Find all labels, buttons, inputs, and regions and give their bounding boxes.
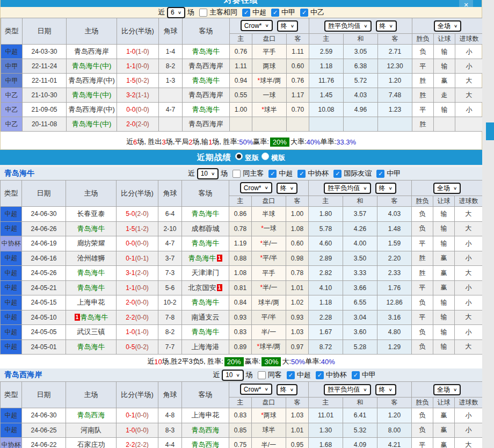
date-cell: 24-06-30 — [22, 207, 66, 222]
checked-checkbox[interactable]: ✓ — [333, 170, 342, 178]
checked-checkbox[interactable]: ✓ — [268, 170, 277, 178]
score-cell: 0-5(0-2) — [117, 339, 158, 355]
table-row: 中协杯24-06-19廊坊荣耀0-0(0-0)4-7青岛海牛1.19*半/一0.… — [1, 236, 483, 251]
avg-stage-select[interactable]: 终∨ — [375, 183, 396, 194]
avg-odds-select[interactable]: 胜平负均值∨ — [324, 384, 370, 395]
score-cell: 1-0(0-0) — [117, 423, 158, 438]
unchecked-checkbox[interactable] — [199, 9, 207, 17]
goals-result-cell: 大 — [455, 266, 483, 281]
odds-source-select[interactable]: Crow*∨ — [241, 20, 273, 31]
focus-team-name: 青岛海牛 — [77, 269, 105, 277]
checked-checkbox[interactable]: ✓ — [287, 371, 295, 379]
halftime-score: (0-2) — [136, 77, 149, 84]
h2h-summary: 近 6 场, 胜出 3 场,平局 2 场,输 1 场, 胜率: 50% 赢率: … — [1, 134, 482, 149]
unchecked-checkbox[interactable] — [258, 371, 266, 379]
sub-column-header: 主 — [229, 196, 252, 207]
team1-summary: 近10场,胜2平3负5, 胜率:20% 赢率:30% 大:50% 单率:40% — [0, 355, 482, 368]
checked-checkbox[interactable]: ✓ — [271, 9, 279, 17]
summary-text: 场, 胜出 — [137, 137, 162, 147]
chevron-down-icon: ∨ — [453, 186, 457, 191]
handicap-cell: *一球 — [252, 221, 286, 236]
filter-unit-label: 场 — [187, 8, 194, 17]
column-header: 客场 — [182, 382, 229, 408]
result-cell: 平 — [412, 310, 433, 325]
avg-odds-select[interactable]: 胜平负均值∨ — [324, 20, 371, 32]
avg-home-cell: 1.30 — [309, 423, 343, 438]
odds-stage-select[interactable]: 终∨ — [277, 20, 298, 32]
goals-result-cell: 大 — [455, 221, 483, 236]
home-odds-cell: 0.84 — [229, 295, 252, 310]
table-row: 中超24-05-21青岛海牛1-1(0-0)5-6北京国安10.81*半/一1.… — [1, 280, 483, 295]
team-cell: 青岛海牛 — [66, 266, 117, 281]
goals-result-cell — [455, 117, 483, 132]
corner-cell — [159, 117, 183, 132]
result-cell: 平 — [412, 438, 433, 448]
handicap-value: 球半/两 — [260, 77, 281, 84]
handicap-cell — [252, 117, 287, 132]
handicap-cell: *半/一 — [252, 280, 286, 295]
scrollbar-thumb[interactable] — [486, 122, 494, 140]
match-count-select[interactable]: 10∨ — [222, 370, 244, 381]
odds-source-select[interactable]: Crow*∨ — [240, 182, 272, 193]
handicap-result-cell: 赢 — [433, 251, 455, 266]
checked-checkbox[interactable]: ✓ — [352, 371, 360, 379]
avg-odds-select[interactable]: 胜平负均值∨ — [324, 183, 370, 194]
odds-stage-select[interactable]: 终∨ — [277, 384, 297, 395]
goals-result-cell: 大 — [455, 74, 483, 88]
date-cell: 24-06-30 — [22, 408, 66, 423]
league-filter-label: 中乙 — [310, 8, 324, 17]
avg-away-cell: 2.33 — [377, 266, 412, 281]
league-filter-label: 中甲 — [387, 169, 401, 178]
halftime-score: (1-1) — [136, 91, 149, 99]
focus-team-name: 青岛西海 — [192, 426, 220, 434]
summary-text: 2 — [188, 138, 192, 146]
final-score: 1-0 — [126, 48, 135, 55]
date-cell: 21-09-05 — [23, 103, 67, 117]
rate-badge: 20% — [224, 357, 244, 366]
team-cell: 南通支云 — [182, 310, 229, 325]
checked-checkbox[interactable]: ✓ — [242, 9, 250, 17]
corner-cell: 7-8 — [158, 310, 182, 325]
handicap-result-cell: 赢 — [433, 438, 455, 448]
home-odds-cell: 1.08 — [229, 266, 252, 281]
halftime-score: (0-0) — [136, 106, 149, 113]
avg-home-cell: 1.67 — [309, 325, 343, 340]
odds-source-select[interactable]: Crow*∨ — [240, 384, 272, 395]
radio-selected[interactable] — [235, 153, 243, 160]
handicap-result-cell: 输 — [434, 45, 455, 59]
checked-checkbox[interactable]: ✓ — [316, 371, 324, 379]
column-header: 日期 — [22, 382, 66, 408]
avg-draw-cell: 5.28 — [343, 339, 377, 355]
date-cell: 22-11-24 — [23, 59, 67, 74]
chevron-down-icon: ∨ — [265, 185, 268, 190]
league-cell: 中超 — [1, 295, 22, 310]
away-odds-cell: 0.76 — [287, 74, 309, 88]
checked-checkbox[interactable]: ✓ — [300, 9, 308, 17]
checked-checkbox[interactable]: ✓ — [376, 170, 384, 178]
filter-near-label: 近 — [188, 169, 195, 178]
avg-odds-group: 胜平负均值∨终∨ — [309, 382, 412, 398]
final-score: 0-5 — [126, 343, 135, 351]
away-odds-cell: 0.95 — [286, 438, 309, 448]
unchecked-checkbox[interactable] — [233, 170, 241, 178]
radio-unselected[interactable] — [261, 153, 269, 160]
close-button[interactable]: ✕ — [459, 0, 473, 7]
checked-checkbox[interactable]: ✓ — [297, 170, 306, 178]
avg-stage-select[interactable]: 终∨ — [376, 20, 397, 32]
final-score: 2-0 — [126, 120, 135, 128]
match-count-select[interactable]: 6∨ — [167, 7, 185, 18]
scope-select[interactable]: 全场∨ — [434, 20, 461, 32]
handicap-cell: 半球 — [252, 207, 286, 222]
avg-stage-select[interactable]: 终∨ — [375, 384, 396, 395]
layout-option-label: 横版 — [271, 154, 285, 162]
sub-column-header: 客 — [287, 34, 309, 45]
handicap-result-cell: 走 — [434, 88, 455, 103]
home-odds-cell: 1.11 — [230, 59, 252, 74]
odds-stage-select[interactable]: 终∨ — [277, 183, 297, 194]
team-cell: 沧州雄狮 — [66, 251, 117, 266]
match-count-select[interactable]: 10∨ — [197, 168, 219, 179]
result-cell: 负 — [412, 423, 433, 438]
scrollbar-track[interactable] — [482, 0, 494, 448]
scope-select[interactable]: 全场∨ — [433, 183, 461, 194]
scope-select[interactable]: 全场∨ — [433, 384, 461, 395]
